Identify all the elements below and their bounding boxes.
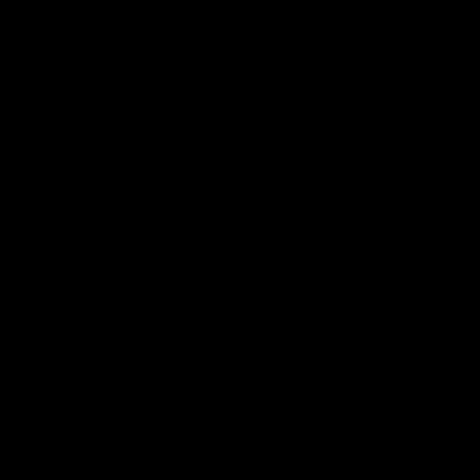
chart-frame bbox=[12, 12, 464, 464]
gradient-background bbox=[12, 12, 464, 464]
bottleneck-chart bbox=[12, 12, 464, 464]
